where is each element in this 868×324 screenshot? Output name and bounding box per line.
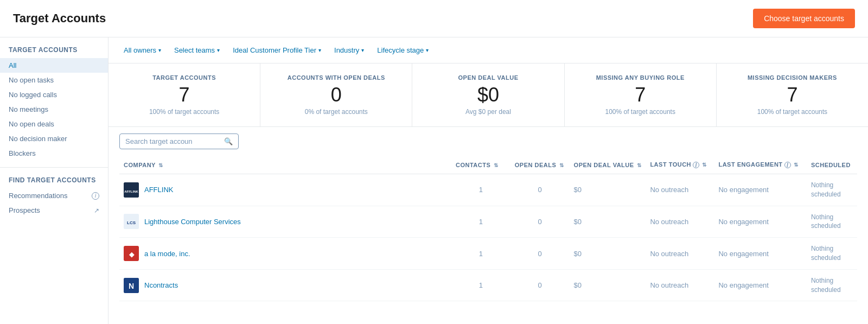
- open-deals-alamode: 0: [510, 238, 570, 270]
- company-logo-afflink: AFFLINK: [124, 182, 139, 198]
- col-header-last-touch[interactable]: LAST TOUCHi ⇅: [646, 156, 714, 174]
- col-header-contacts[interactable]: CONTACTS ⇅: [451, 156, 510, 174]
- open-deals-ncontracts: 0: [510, 269, 570, 301]
- last-touch-ncontracts: No outreach: [646, 269, 714, 301]
- external-link-icon: ↗: [94, 207, 99, 214]
- sort-icon-last-engagement: ⇅: [792, 162, 799, 168]
- open-deals-afflink: 0: [510, 174, 570, 206]
- contacts-lighthouse: 1: [451, 206, 510, 238]
- table-row: AFFLINKAFFLINK10$0No outreachNo engageme…: [119, 174, 857, 206]
- search-icon: 🔍: [224, 137, 233, 145]
- sidebar-item-no-decision-maker[interactable]: No decision maker: [0, 131, 108, 146]
- content-area: All owners▾Select teams▾Ideal Customer P…: [108, 37, 868, 324]
- table-row: LCSLighthouse Computer Services10$0No ou…: [119, 206, 857, 238]
- contacts-ncontracts: 1: [451, 269, 510, 301]
- choose-target-accounts-button[interactable]: Choose target accounts: [753, 9, 855, 28]
- info-icon-last-engagement: i: [784, 162, 791, 168]
- stat-value-missing-decision-makers: 7: [725, 85, 859, 105]
- filter-industry[interactable]: Industry▾: [330, 44, 368, 56]
- sidebar-item-no-logged-calls[interactable]: No logged calls: [0, 87, 108, 102]
- table-row: ◆a la mode, inc.10$0No outreachNo engage…: [119, 238, 857, 270]
- col-header-open-deal-value[interactable]: OPEN DEAL VALUE ⇅: [570, 156, 646, 174]
- contacts-afflink: 1: [451, 174, 510, 206]
- table-row: NNcontracts10$0No outreachNo engagementN…: [119, 269, 857, 301]
- stat-value-target-accounts: 7: [117, 85, 251, 105]
- last-engagement-ncontracts: No engagement: [714, 269, 806, 301]
- deal-value-lighthouse: $0: [570, 206, 646, 238]
- chevron-down-icon: ▾: [361, 47, 364, 53]
- scheduled-afflink: Nothingscheduled: [807, 174, 857, 206]
- stat-label-target-accounts: TARGET ACCOUNTS: [117, 74, 251, 81]
- col-header-company[interactable]: COMPANY ⇅: [119, 156, 451, 174]
- filter-label-all-owners: All owners: [124, 46, 156, 54]
- last-touch-alamode: No outreach: [646, 238, 714, 270]
- stat-sub-open-deal-value: Avg $0 per deal: [421, 108, 555, 116]
- col-header-scheduled: SCHEDULED: [807, 156, 857, 174]
- sidebar-item-label-recommendations: Recommendations: [9, 192, 67, 200]
- company-logo-ncontracts: N: [124, 278, 139, 293]
- filter-label-icp-tier: Ideal Customer Profile Tier: [233, 46, 316, 54]
- svg-text:LCS: LCS: [127, 220, 136, 225]
- sidebar-item-no-meetings[interactable]: No meetings: [0, 102, 108, 117]
- chevron-down-icon: ▾: [217, 47, 220, 53]
- stat-label-open-deal-value: OPEN DEAL VALUE: [421, 74, 555, 81]
- company-logo-alamode: ◆: [124, 246, 139, 261]
- sort-icon-company: ⇅: [157, 162, 163, 168]
- contacts-alamode: 1: [451, 238, 510, 270]
- sidebar-section-1-title: Target accounts: [0, 46, 108, 58]
- filter-select-teams[interactable]: Select teams▾: [170, 44, 224, 56]
- last-engagement-afflink: No engagement: [714, 174, 806, 206]
- stat-label-missing-buying-role: MISSING ANY BUYING ROLE: [573, 74, 707, 81]
- sidebar-section-2-title: Find target accounts: [0, 176, 108, 188]
- scheduled-ncontracts: Nothingscheduled: [807, 269, 857, 301]
- col-header-last-engagement[interactable]: LAST ENGAGEMENTi ⇅: [714, 156, 806, 174]
- sidebar-item-no-open-tasks[interactable]: No open tasks: [0, 73, 108, 87]
- filter-all-owners[interactable]: All owners▾: [119, 44, 165, 56]
- search-input[interactable]: [125, 137, 224, 145]
- svg-text:◆: ◆: [129, 251, 135, 258]
- filter-label-select-teams: Select teams: [174, 46, 215, 54]
- sidebar-item-recommendations[interactable]: Recommendationsi: [0, 188, 108, 203]
- info-icon: i: [92, 192, 99, 200]
- deal-value-alamode: $0: [570, 238, 646, 270]
- stat-missing-buying-role: MISSING ANY BUYING ROLE7100% of target a…: [565, 63, 717, 126]
- accounts-table: COMPANY ⇅CONTACTS ⇅OPEN DEALS ⇅OPEN DEAL…: [119, 156, 857, 301]
- stat-label-missing-decision-makers: MISSING DECISION MAKERS: [725, 74, 859, 81]
- filter-icp-tier[interactable]: Ideal Customer Profile Tier▾: [228, 44, 326, 56]
- chevron-down-icon: ▾: [426, 47, 429, 53]
- company-link-ncontracts[interactable]: Ncontracts: [144, 281, 178, 289]
- sidebar-item-all[interactable]: All: [0, 58, 108, 73]
- company-link-lighthouse[interactable]: Lighthouse Computer Services: [144, 218, 241, 226]
- col-header-open-deals[interactable]: OPEN DEALS ⇅: [510, 156, 570, 174]
- last-touch-lighthouse: No outreach: [646, 206, 714, 238]
- svg-text:AFFLINK: AFFLINK: [124, 190, 138, 193]
- sidebar-item-no-open-deals[interactable]: No open deals: [0, 117, 108, 131]
- scheduled-alamode: Nothingscheduled: [807, 238, 857, 270]
- filter-lifecycle-stage[interactable]: Lifecycle stage▾: [373, 44, 433, 56]
- company-link-alamode[interactable]: a la mode, inc.: [144, 250, 190, 258]
- page-title: Target Accounts: [13, 11, 106, 26]
- scheduled-lighthouse: Nothingscheduled: [807, 206, 857, 238]
- svg-text:N: N: [129, 282, 134, 290]
- sort-icon-open-deals: ⇅: [557, 162, 564, 168]
- sidebar-item-prospects[interactable]: Prospects↗: [0, 203, 108, 218]
- company-link-afflink[interactable]: AFFLINK: [144, 186, 173, 194]
- chevron-down-icon: ▾: [158, 47, 161, 53]
- sidebar-item-label-prospects: Prospects: [9, 206, 40, 214]
- stat-missing-decision-makers: MISSING DECISION MAKERS7100% of target a…: [717, 63, 868, 126]
- stat-value-accounts-with-open-deals: 0: [269, 85, 403, 105]
- stat-value-open-deal-value: $0: [421, 85, 555, 105]
- sidebar-divider: [0, 167, 108, 168]
- stat-target-accounts: TARGET ACCOUNTS7100% of target accounts: [108, 63, 260, 126]
- search-area: 🔍: [108, 127, 868, 156]
- filter-label-lifecycle-stage: Lifecycle stage: [377, 46, 424, 54]
- company-logo-lighthouse: LCS: [124, 214, 139, 229]
- stat-open-deal-value: OPEN DEAL VALUE$0Avg $0 per deal: [412, 63, 564, 126]
- stat-sub-missing-decision-makers: 100% of target accounts: [725, 108, 859, 116]
- stat-sub-target-accounts: 100% of target accounts: [117, 108, 251, 116]
- sidebar-item-blockers[interactable]: Blockers: [0, 146, 108, 161]
- company-cell-alamode: ◆a la mode, inc.: [119, 238, 451, 270]
- stat-label-accounts-with-open-deals: ACCOUNTS WITH OPEN DEALS: [269, 74, 403, 81]
- stat-value-missing-buying-role: 7: [573, 85, 707, 105]
- chevron-down-icon: ▾: [318, 47, 321, 53]
